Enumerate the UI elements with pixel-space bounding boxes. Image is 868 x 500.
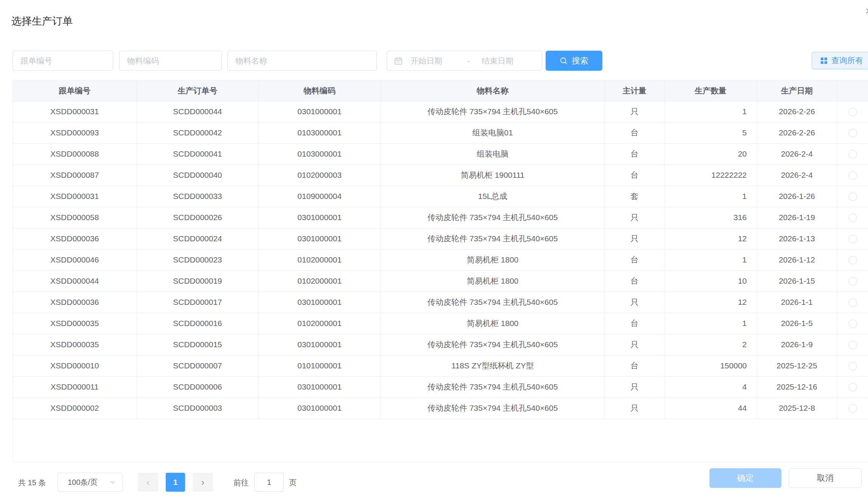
table-row[interactable]: XSDD000011 SCDD000006 0301000001 传动皮轮件 7… [13, 376, 868, 398]
row-radio-button[interactable] [849, 235, 857, 243]
confirm-button[interactable]: 确定 [709, 468, 781, 488]
row-radio-button[interactable] [849, 341, 857, 349]
cell-select [837, 101, 868, 122]
cell-qty: 150000 [664, 355, 757, 376]
close-icon[interactable]: × [865, 5, 868, 17]
track-no-input[interactable] [12, 51, 113, 71]
cell-material-name: 传动皮轮件 735×794 主机孔540×605 [381, 207, 605, 228]
cell-unit: 台 [605, 313, 664, 334]
table-row[interactable]: XSDD000093 SCDD000042 0103000001 组装电脑01 … [13, 122, 868, 143]
row-radio-button[interactable] [849, 256, 857, 264]
date-separator: - [455, 56, 482, 65]
cell-date: 2026-1-13 [757, 228, 837, 249]
cell-select [837, 207, 868, 228]
cell-unit: 只 [605, 228, 664, 249]
cell-material-name: 传动皮轮件 735×794 主机孔540×605 [381, 292, 605, 313]
row-radio-button[interactable] [849, 383, 857, 391]
prev-page-button[interactable]: ‹ [138, 473, 158, 492]
row-radio-button[interactable] [849, 277, 857, 286]
row-radio-button[interactable] [849, 150, 857, 158]
cell-order-no: SCDD000042 [137, 122, 258, 143]
cell-date: 2025-12-8 [757, 398, 837, 419]
cell-track-no: XSDD000036 [13, 292, 137, 313]
cell-track-no: XSDD000058 [13, 207, 137, 228]
table-row[interactable]: XSDD000058 SCDD000026 0301000001 传动皮轮件 7… [13, 207, 868, 228]
cell-qty: 2 [664, 334, 757, 355]
cancel-button[interactable]: 取消 [789, 468, 862, 488]
cell-unit: 台 [605, 249, 664, 270]
row-radio-button[interactable] [849, 108, 857, 116]
page-size-select[interactable]: 100条/页 [58, 473, 123, 492]
table-row[interactable]: XSDD000010 SCDD000007 0101000001 118S ZY… [13, 355, 868, 376]
table-row[interactable]: XSDD000035 SCDD000015 0301000001 传动皮轮件 7… [13, 334, 868, 355]
table-row[interactable]: XSDD000031 SCDD000033 0109000004 15L总成 套… [13, 186, 868, 207]
table-row[interactable]: XSDD000088 SCDD000041 0103000001 组装电脑 台 … [13, 143, 868, 165]
cell-unit: 只 [605, 207, 664, 228]
col-header-material-name: 物料名称 [381, 81, 605, 101]
cell-material-name: 简易机柜 1800 [381, 313, 605, 334]
cell-material-code: 0101000001 [258, 355, 381, 376]
query-all-button[interactable]: 查询所有 [812, 52, 868, 69]
cell-date: 2026-1-1 [757, 292, 837, 313]
cell-order-no: SCDD000015 [137, 334, 258, 355]
cell-date: 2025-12-25 [757, 355, 837, 376]
material-name-input[interactable] [227, 51, 377, 71]
row-radio-button[interactable] [849, 214, 857, 222]
table-row[interactable]: XSDD000036 SCDD000017 0301000001 传动皮轮件 7… [13, 292, 868, 313]
page-unit-label: 页 [289, 478, 297, 488]
cell-unit: 只 [605, 376, 664, 398]
cell-select [837, 186, 868, 207]
cell-track-no: XSDD000087 [13, 165, 137, 186]
cell-order-no: SCDD000040 [137, 165, 258, 186]
cell-order-no: SCDD000044 [137, 101, 258, 122]
table-row[interactable]: XSDD000036 SCDD000024 0301000001 传动皮轮件 7… [13, 228, 868, 249]
cell-track-no: XSDD000036 [13, 228, 137, 249]
current-page-button[interactable]: 1 [166, 473, 185, 492]
row-radio-button[interactable] [849, 320, 857, 328]
row-radio-button[interactable] [849, 404, 857, 413]
cell-order-no: SCDD000003 [137, 398, 258, 419]
material-code-input[interactable] [119, 51, 222, 71]
cell-material-code: 0102000001 [258, 270, 381, 292]
cell-qty: 12 [664, 228, 757, 249]
next-page-button[interactable]: › [193, 473, 213, 492]
table-header-row: 跟单编号 生产订单号 物料编码 物料名称 主计量 生产数量 生产日期 [13, 81, 868, 101]
row-radio-button[interactable] [849, 171, 857, 180]
cell-date: 2026-2-26 [757, 122, 837, 143]
date-end-placeholder: 结束日期 [482, 56, 526, 66]
cell-date: 2026-2-4 [757, 143, 837, 165]
cell-qty: 1 [664, 249, 757, 270]
cell-material-code: 0301000001 [258, 228, 381, 249]
row-radio-button[interactable] [849, 362, 857, 370]
pagination-total: 共 15 条 [18, 478, 46, 488]
table-row[interactable]: XSDD000087 SCDD000040 0102000003 简易机柜 19… [13, 165, 868, 186]
cell-select [837, 398, 868, 419]
search-button[interactable]: 搜索 [546, 51, 602, 71]
cell-order-no: SCDD000033 [137, 186, 258, 207]
table-row[interactable]: XSDD000031 SCDD000044 0301000001 传动皮轮件 7… [13, 101, 868, 122]
goto-page-input[interactable] [254, 473, 284, 492]
cell-material-code: 0301000001 [258, 376, 381, 398]
table-row[interactable]: XSDD000035 SCDD000016 0102000001 简易机柜 18… [13, 313, 868, 334]
search-icon [560, 57, 568, 65]
cell-qty: 12222222 [664, 165, 757, 186]
col-header-select [837, 81, 868, 101]
row-radio-button[interactable] [849, 298, 857, 307]
date-range-picker[interactable]: 开始日期 - 结束日期 [387, 51, 542, 71]
table-body: XSDD000031 SCDD000044 0301000001 传动皮轮件 7… [13, 101, 868, 419]
row-radio-button[interactable] [849, 129, 857, 137]
col-header-material-code: 物料编码 [258, 81, 381, 101]
table-row[interactable]: XSDD000044 SCDD000019 0102000001 简易机柜 18… [13, 270, 868, 292]
cell-qty: 316 [664, 207, 757, 228]
cell-qty: 12 [664, 292, 757, 313]
cell-select [837, 334, 868, 355]
cell-track-no: XSDD000031 [13, 186, 137, 207]
table-row[interactable]: XSDD000002 SCDD000003 0301000001 传动皮轮件 7… [13, 398, 868, 419]
query-all-label: 查询所有 [831, 55, 863, 66]
cell-track-no: XSDD000010 [13, 355, 137, 376]
cell-unit: 套 [605, 186, 664, 207]
col-header-order-no: 生产订单号 [137, 81, 258, 101]
row-radio-button[interactable] [849, 193, 857, 201]
table-row[interactable]: XSDD000046 SCDD000023 0102000001 简易机柜 18… [13, 249, 868, 270]
cell-track-no: XSDD000046 [13, 249, 137, 270]
